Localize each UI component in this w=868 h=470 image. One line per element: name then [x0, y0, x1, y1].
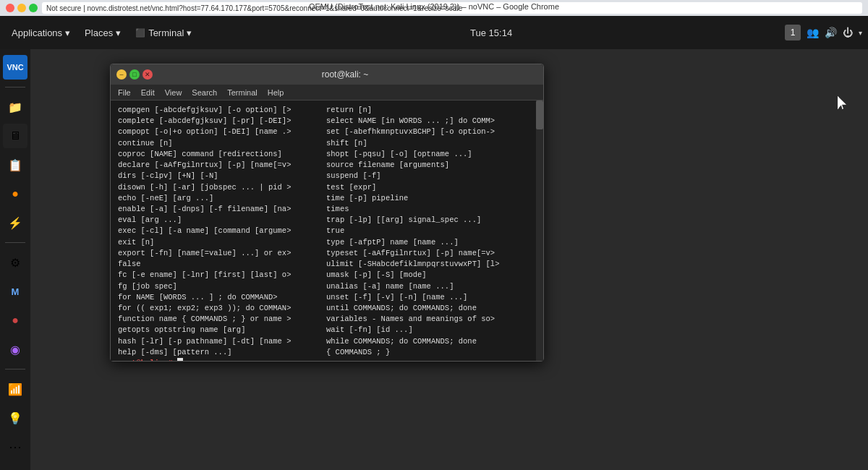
terminal-left-line: dirs [-clpv] [+N] [-N] — [118, 171, 320, 181]
sidebar-wifi[interactable]: 📶 — [3, 377, 27, 401]
terminal-right-line: wait [-fn] [id ...] — [326, 325, 529, 336]
terminal-left-line: for NAME [WORDS ... ] ; do COMMAND> — [118, 292, 320, 303]
terminal-right-column: return [n]select NAME [in WORDS ... ;] d… — [323, 103, 532, 361]
sidebar-divider-1 — [5, 87, 25, 87]
places-menu[interactable]: Places ▾ — [79, 25, 127, 41]
terminal-left-line: exec [-cl] [-a name] [command [argume> — [118, 226, 320, 236]
terminal-left-line: eval [arg ...] — [118, 215, 320, 226]
scrollbar-thumb[interactable] — [536, 101, 543, 129]
terminal-menubar: File Edit View Search Terminal Help — [111, 85, 543, 101]
terminal-left-line: fc [-e ename] [-lnr] [first] [last] o> — [118, 270, 320, 281]
terminal-right-line: shift [n] — [326, 138, 529, 149]
terminal-left-line: echo [-neE] [arg ...] — [118, 193, 320, 204]
power-icon[interactable]: ⏻ — [843, 27, 853, 38]
terminal-right-line: variables - Names and meanings of so> — [326, 314, 529, 325]
browser-chrome: Not secure | novnc.distrotest.net/vnc.ht… — [0, 0, 868, 16]
terminal-right-line: umask [-p] [-S] [mode] — [326, 270, 529, 281]
terminal-right-line: typeset [-aAfFgilnrtux] [-p] name[=v> — [326, 248, 529, 259]
workspace-number: 1 — [791, 27, 796, 38]
terminal-menu[interactable]: ⬛ Terminal ▾ — [129, 25, 197, 41]
terminal-right-line: { COMMANDS ; } — [326, 347, 529, 358]
terminal-titlebar: – □ ✕ root@kali: ~ — [111, 64, 543, 85]
terminal-minimize-btn[interactable]: – — [116, 69, 127, 80]
terminal-left-line: coproc [NAME] command [redirections] — [118, 149, 320, 160]
terminal-right-line: unset [-f] [-v] [-n] [name ...] — [326, 292, 529, 303]
clock-time: Tue 15:14 — [470, 27, 512, 38]
terminal-left-line: export [-fn] [name[=value] ...] or ex> — [118, 248, 320, 259]
clock: Tue 15:14 — [200, 27, 782, 38]
desktop-content: – □ ✕ root@kali: ~ File Edit View Search… — [30, 49, 868, 470]
browser-title: QEMU (DistroTest.net: Kali Linux (2019.2… — [309, 2, 559, 11]
window-close-btn[interactable] — [6, 4, 14, 12]
terminal-right-line: ulimit [-SHabcdefiklmnpqrstuvwxPT] [l> — [326, 259, 529, 270]
power-arrow-icon[interactable]: ▾ — [859, 29, 862, 37]
terminal-close-btn[interactable]: ✕ — [142, 69, 153, 80]
terminal-menu-terminal[interactable]: Terminal — [223, 87, 262, 98]
terminal-right-line: type [-afptP] name [name ...] — [326, 237, 529, 248]
cursor — [177, 358, 183, 361]
terminal-right-line: source filename [arguments] — [326, 160, 529, 171]
workspace-indicator[interactable]: 1 — [785, 25, 801, 40]
terminal-scrollbar[interactable] — [536, 101, 543, 361]
kali-taskbar: Applications ▾ Places ▾ ⬛ Terminal ▾ Tue… — [0, 16, 868, 49]
sidebar-settings[interactable]: ⚙ — [3, 250, 27, 275]
terminal-body[interactable]: compgen [-abcdefgjksuv] [-o option] [>co… — [111, 101, 543, 361]
terminal-left-line: hash [-lr] [-p pathname] [-dt] [name > — [118, 336, 320, 347]
sidebar-terminal[interactable]: 🖥 — [3, 124, 27, 148]
terminal-left-line: false — [118, 259, 320, 270]
sidebar-maltego[interactable]: M — [3, 279, 27, 304]
applications-arrow-icon: ▾ — [65, 27, 70, 38]
terminal-content-area: compgen [-abcdefgjksuv] [-o option] [>co… — [111, 101, 536, 361]
vnc-badge: VNC — [3, 55, 27, 80]
sidebar-firefox[interactable]: ● — [3, 181, 27, 206]
window-controls — [6, 4, 38, 12]
terminal-right-line: true — [326, 226, 529, 236]
terminal-right-line: trap [-lp] [[arg] signal_spec ...] — [326, 215, 529, 226]
prompt-text: root@kali:~# — [118, 359, 177, 361]
terminal-menu-help[interactable]: Help — [263, 87, 289, 98]
sidebar-notes[interactable]: 📋 — [3, 153, 27, 177]
terminal-right-line: until COMMANDS; do COMMANDS; done — [326, 303, 529, 314]
terminal-right-line: times — [326, 204, 529, 215]
terminal-left-line: exit [n] — [118, 237, 320, 248]
desktop-area: VNC 📁 🖥 📋 ● ⚡ ⚙ M ● ◉ 📶 💡 ⋯ – — [0, 49, 868, 470]
terminal-left-line: fg [job spec] — [118, 281, 320, 292]
terminal-right-line: unalias [-a] name [name ...] — [326, 281, 529, 292]
terminal-menu-edit[interactable]: Edit — [137, 87, 159, 98]
sidebar-beef[interactable]: ● — [3, 308, 27, 333]
terminal-right-line: test [expr] — [326, 182, 529, 193]
applications-menu[interactable]: Applications ▾ — [6, 25, 76, 41]
terminal-menu-search[interactable]: Search — [187, 87, 221, 98]
taskbar-right: 1 👥 🔊 ⏻ ▾ — [785, 25, 862, 40]
terminal-right-line: return [n] — [326, 105, 529, 116]
terminal-title: root@kali: ~ — [153, 69, 537, 80]
sidebar-app1[interactable]: ◉ — [3, 337, 27, 362]
terminal-left-line: compgen [-abcdefgjksuv] [-o option] [> — [118, 105, 320, 116]
terminal-right-line: time [-p] pipeline — [326, 193, 529, 204]
terminal-left-line: complete [-abcdefgjksuv] [-pr] [-DEI]> — [118, 116, 320, 127]
terminal-maximize-btn[interactable]: □ — [129, 69, 140, 80]
window-min-btn[interactable] — [17, 4, 26, 12]
sidebar-burpsuite[interactable]: ⚡ — [3, 210, 27, 235]
terminal-left-line: continue [n] — [118, 138, 320, 149]
network-icon[interactable]: 👥 — [807, 27, 819, 38]
terminal-arrow-icon: ▾ — [187, 27, 192, 38]
volume-icon[interactable]: 🔊 — [825, 27, 837, 38]
terminal-left-line: function name { COMMANDS ; } or name > — [118, 314, 320, 325]
terminal-wm-buttons: – □ ✕ — [116, 69, 153, 80]
terminal-right-line: shopt [-pqsu] [-o] [optname ...] — [326, 149, 529, 160]
terminal-menu-view[interactable]: View — [161, 87, 187, 98]
mouse-cursor — [838, 96, 846, 109]
places-arrow-icon: ▾ — [116, 27, 121, 38]
terminal-left-line: declare [-aAfFgilnrtux] [-p] [name[=v> — [118, 160, 320, 171]
sidebar-divider-3 — [5, 369, 25, 369]
terminal-right-line: while COMMANDS; do COMMANDS; done — [326, 336, 529, 347]
sidebar-hint[interactable]: 💡 — [3, 406, 27, 430]
sidebar-file-manager[interactable]: 📁 — [3, 95, 27, 119]
places-label: Places — [85, 27, 113, 38]
terminal-menu-file[interactable]: File — [114, 87, 135, 98]
sidebar-apps[interactable]: ⋯ — [3, 435, 27, 459]
terminal-left-line: disown [-h] [-ar] [jobspec ... | pid > — [118, 182, 320, 193]
window-max-btn[interactable] — [29, 4, 38, 12]
terminal-right-line: set [-abefhkmnptuvxBCHP] [-o option-> — [326, 127, 529, 137]
